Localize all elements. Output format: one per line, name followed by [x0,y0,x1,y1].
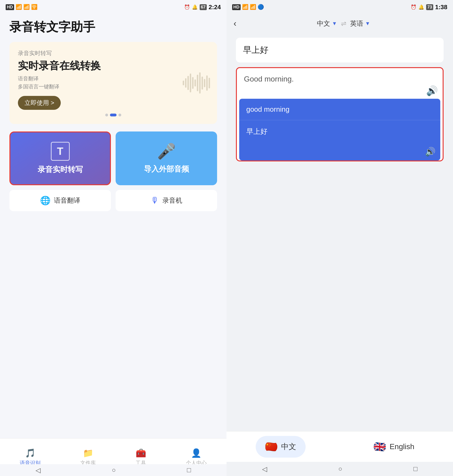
suggestion-english-text: good morning [246,105,289,113]
source-lang-arrow-icon: ▼ [332,21,337,27]
realtime-transcribe-card[interactable]: 录音实时转写 [9,131,111,185]
bell-icon: 🔔 [192,4,198,10]
source-text-box: 早上好 [236,38,444,62]
status-right-right: ⏰ 🔔 73 1:38 [411,4,447,11]
banner-desc-label: 语音翻译 [18,75,209,82]
lang-option-english[interactable]: 🇬🇧 English [364,436,424,458]
time-left: 2:24 [209,4,221,11]
banner-desc: 多国语言一键翻译 [18,83,209,90]
speaker-icon-dropdown: 🔊 [425,147,436,157]
recorder-icon: 🎙 [151,195,159,205]
source-lang-label: 中文 [317,19,330,28]
chinese-lang-label: 中文 [281,442,296,452]
target-lang-label: 英语 [350,19,363,28]
feature-grid: 录音实时转写 🎤 导入外部音频 [9,131,217,185]
dot-1[interactable] [105,114,108,116]
english-flag: 🇬🇧 [374,441,386,453]
status-bar-right: HD 📶 📶 🔵 ⏰ 🔔 73 1:38 [226,0,453,14]
hd-badge: HD [6,4,14,10]
time-right: 1:38 [435,4,447,11]
banner-title: 实时录音在线转换 [18,59,209,73]
nav-item-voice[interactable]: 🎵 语音识别 [20,448,41,467]
status-bar-left: HD 📶 📶 🛜 ⏰ 🔔 67 2:24 [0,0,226,14]
battery-left: 67 [200,4,207,10]
audio-icon: 🎤 [157,143,176,160]
suggestion-item-english[interactable]: good morning [239,99,440,120]
lang-selector: 中文 ▼ ⇌ 英语 ▼ [241,19,446,28]
right-panel: HD 📶 📶 🔵 ⏰ 🔔 73 1:38 ‹ 中文 ▼ ⇌ 英语 ▼ [226,0,453,476]
alarm-icon-right: ⏰ [411,4,417,10]
hd-badge-right: HD [232,4,241,10]
speaker-button-top[interactable]: 🔊 [426,85,438,96]
translate-label: 语音翻译 [54,196,80,205]
nav-item-tools[interactable]: 🧰 工具 [136,448,146,467]
left-content: 录音转文字助手 录音实时转写 实时录音在线转换 语音翻译 多国语言一键翻译 立即… [0,14,226,476]
gesture-bar-left: ◁ ○ □ [0,464,226,476]
signal-icon: 📶 [15,4,22,10]
status-right-left: ⏰ 🔔 67 2:24 [184,4,221,11]
left-panel: HD 📶 📶 🛜 ⏰ 🔔 67 2:24 录音转文字助手 录音实时转写 实时录音… [0,0,226,476]
recorder-label: 录音机 [163,196,182,205]
lang-option-chinese[interactable]: 🇨🇳 中文 [256,436,306,458]
nav-voice-icon: 🎵 [25,448,35,458]
use-now-button[interactable]: 立即使用 > [18,96,61,110]
chinese-flag: 🇨🇳 [265,441,277,453]
english-lang-label: English [390,442,414,451]
nav-profile-icon: 👤 [191,448,202,458]
import-label: 导入外部音频 [144,164,189,174]
nav-files-icon: 📁 [83,448,93,458]
import-audio-card[interactable]: 🎤 导入外部音频 [116,131,217,185]
home-gesture-right[interactable]: ○ [338,465,342,473]
lang-picker: 🇨🇳 中文 🇬🇧 English [226,431,453,462]
alarm-icon: ⏰ [184,4,190,10]
nav-tools-icon: 🧰 [136,448,146,458]
right-header: ‹ 中文 ▼ ⇌ 英语 ▼ [226,14,453,33]
voice-translate-card[interactable]: 🌐 语音翻译 [9,190,111,211]
lang-swap-icon[interactable]: ⇌ [341,20,346,28]
recent-gesture-right[interactable]: □ [413,465,418,473]
bell-icon-right: 🔔 [418,4,424,10]
dot-2-active[interactable] [110,114,117,116]
target-lang-arrow-icon: ▼ [365,21,370,27]
source-text: 早上好 [243,45,269,55]
wifi-icon-right: 🔵 [258,4,264,10]
banner-subtitle: 录音实时转写 [18,50,209,57]
back-gesture[interactable]: ◁ [35,466,41,474]
battery-right: 73 [426,4,433,10]
back-gesture-right[interactable]: ◁ [262,465,267,473]
translation-top: Good morning. 🔊 [237,68,443,99]
right-content: 早上好 Good morning. 🔊 good morning 早上好 🔊 [226,33,453,476]
suggestion-dropdown: good morning 早上好 🔊 [239,99,440,160]
translate-icon: 🌐 [40,195,51,205]
signal-icon-right: 📶 [242,4,248,10]
banner-card: 录音实时转写 实时录音在线转换 语音翻译 多国语言一键翻译 立即使用 > [9,42,217,124]
suggestion-speaker[interactable]: 🔊 [239,143,440,160]
banner-dots [18,114,209,116]
carrier-left: HD 📶 📶 🛜 [6,4,37,10]
app-title: 录音转文字助手 [9,19,217,35]
transcribe-icon [51,142,70,161]
wifi-icon: 🛜 [31,4,37,10]
nav-item-profile[interactable]: 👤 个人中心 [186,448,207,467]
target-lang-button[interactable]: 英语 ▼ [350,19,370,28]
home-gesture[interactable]: ○ [112,466,116,474]
recorder-card[interactable]: 🎙 录音机 [116,190,217,211]
suggestion-item-chinese[interactable]: 早上好 [239,120,440,143]
carrier-right: HD 📶 📶 🔵 [232,4,264,10]
suggestion-chinese-text: 早上好 [246,128,268,135]
dot-3[interactable] [118,114,121,116]
transcribe-label: 录音实时转写 [38,165,83,175]
recent-gesture[interactable]: □ [187,466,191,474]
wave-decoration [183,72,210,94]
back-button[interactable]: ‹ [234,19,236,29]
translation-box: Good morning. 🔊 good morning 早上好 🔊 [236,67,444,161]
small-features: 🌐 语音翻译 🎙 录音机 [9,190,217,211]
signal2-icon: 📶 [23,4,30,10]
source-lang-button[interactable]: 中文 ▼ [317,19,337,28]
signal2-icon-right: 📶 [250,4,256,10]
translation-text: Good morning. [244,75,294,83]
gesture-bar-right: ◁ ○ □ [226,462,453,476]
nav-item-files[interactable]: 📁 文件库 [80,448,96,467]
